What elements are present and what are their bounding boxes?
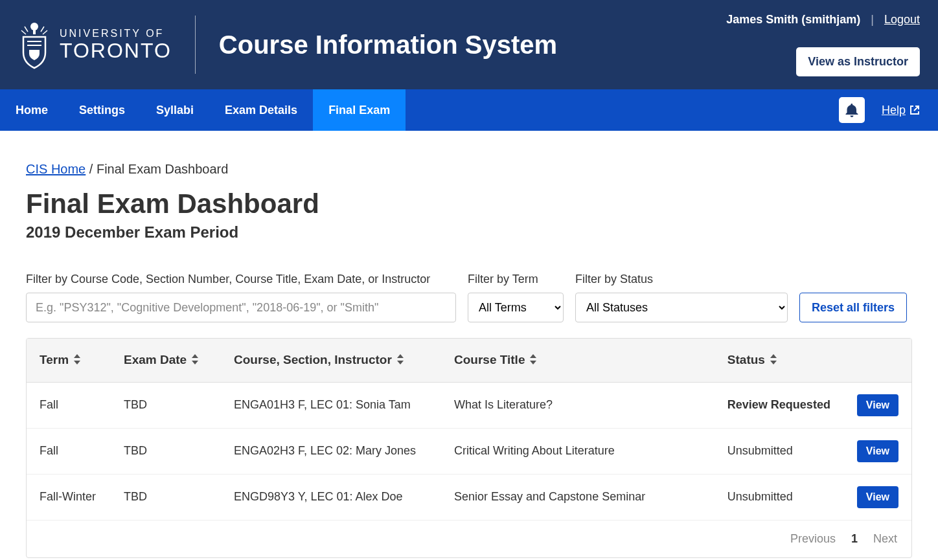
term-filter-select[interactable]: All Terms xyxy=(468,293,564,322)
exam-date-cell: TBD xyxy=(111,382,221,428)
header-divider xyxy=(195,16,196,74)
course-section-cell: ENGD98Y3 Y, LEC 01: Alex Doe xyxy=(221,474,441,520)
pagination-current-page: 1 xyxy=(851,532,858,546)
svg-marker-8 xyxy=(397,354,404,358)
primary-nav: HomeSettingsSyllabiExam DetailsFinal Exa… xyxy=(0,89,938,131)
svg-marker-10 xyxy=(530,354,536,358)
nav-item-syllabi[interactable]: Syllabi xyxy=(141,89,209,131)
status-cell: Unsubmitted xyxy=(715,428,844,474)
course-title-cell: Senior Essay and Capstone Seminar xyxy=(441,474,715,520)
logout-link[interactable]: Logout xyxy=(884,13,920,27)
sort-icon xyxy=(74,353,80,368)
sort-icon xyxy=(397,353,404,368)
bell-icon xyxy=(845,103,858,117)
page-title: Final Exam Dashboard xyxy=(26,188,912,219)
col-exam-date-header[interactable]: Exam Date xyxy=(111,339,221,382)
notifications-button[interactable] xyxy=(839,97,865,123)
col-course-title-header[interactable]: Course Title xyxy=(441,339,715,382)
sort-icon xyxy=(770,353,777,368)
svg-marker-9 xyxy=(397,361,404,364)
pagination: Previous 1 Next xyxy=(27,520,911,557)
exam-date-cell: TBD xyxy=(111,428,221,474)
app-title: Course Information System xyxy=(219,30,557,60)
sort-icon xyxy=(192,353,198,368)
svg-marker-5 xyxy=(74,361,80,364)
status-cell: Review Requested xyxy=(715,382,844,428)
logo-toronto: TORONTO xyxy=(60,40,172,61)
breadcrumb: CIS Home / Final Exam Dashboard xyxy=(26,162,912,177)
breadcrumb-separator: / xyxy=(86,162,97,176)
university-logo-block: UNIVERSITY OF TORONTO xyxy=(18,20,172,69)
status-cell: Unsubmitted xyxy=(715,474,844,520)
view-button[interactable]: View xyxy=(857,440,898,462)
svg-marker-13 xyxy=(770,361,777,364)
page-subtitle: 2019 December Exam Period xyxy=(26,223,912,241)
reset-filters-button[interactable]: Reset all filters xyxy=(799,293,907,322)
search-filter-label: Filter by Course Code, Section Number, C… xyxy=(26,273,456,286)
course-section-cell: ENGA01H3 F, LEC 01: Sonia Tam xyxy=(221,382,441,428)
term-cell: Fall xyxy=(27,382,111,428)
nav-item-exam-details[interactable]: Exam Details xyxy=(209,89,313,131)
exam-date-cell: TBD xyxy=(111,474,221,520)
course-title-cell: What Is Literature? xyxy=(441,382,715,428)
col-status-header[interactable]: Status xyxy=(715,339,844,382)
breadcrumb-current: Final Exam Dashboard xyxy=(97,162,228,176)
sort-icon xyxy=(530,353,536,368)
user-info: James Smith (smithjam) | Logout xyxy=(726,13,920,27)
exams-table: Term Exam Date Course, Section, Instruct… xyxy=(27,339,911,520)
view-button[interactable]: View xyxy=(857,486,898,508)
svg-marker-7 xyxy=(192,361,198,364)
nav-item-settings[interactable]: Settings xyxy=(63,89,141,131)
table-row: FallTBDENGA02H3 F, LEC 02: Mary JonesCri… xyxy=(27,428,911,474)
col-term-header[interactable]: Term xyxy=(27,339,111,382)
svg-rect-1 xyxy=(33,29,36,34)
table-row: FallTBDENGA01H3 F, LEC 01: Sonia TamWhat… xyxy=(27,382,911,428)
help-link[interactable]: Help xyxy=(882,104,920,117)
term-cell: Fall xyxy=(27,428,111,474)
status-filter-select[interactable]: All Statuses xyxy=(575,293,788,322)
search-input[interactable] xyxy=(26,293,456,322)
svg-rect-2 xyxy=(27,41,41,42)
svg-marker-4 xyxy=(74,354,80,358)
svg-rect-3 xyxy=(27,45,41,46)
pagination-next[interactable]: Next xyxy=(873,532,897,546)
main-content: CIS Home / Final Exam Dashboard Final Ex… xyxy=(0,131,938,560)
status-filter-label: Filter by Status xyxy=(575,273,788,286)
view-button[interactable]: View xyxy=(857,394,898,416)
exams-table-container: Term Exam Date Course, Section, Instruct… xyxy=(26,338,912,558)
table-row: Fall-WinterTBDENGD98Y3 Y, LEC 01: Alex D… xyxy=(27,474,911,520)
user-separator: | xyxy=(871,13,874,27)
top-header: UNIVERSITY OF TORONTO Course Information… xyxy=(0,0,938,89)
help-label: Help xyxy=(882,104,906,117)
pagination-previous[interactable]: Previous xyxy=(790,532,836,546)
user-display-name: James Smith (smithjam) xyxy=(726,13,860,27)
col-course-section-header[interactable]: Course, Section, Instructor xyxy=(221,339,441,382)
breadcrumb-home-link[interactable]: CIS Home xyxy=(26,162,86,176)
nav-item-home[interactable]: Home xyxy=(0,89,63,131)
view-as-instructor-button[interactable]: View as Instructor xyxy=(796,47,920,76)
svg-marker-6 xyxy=(192,354,198,358)
university-crest-icon xyxy=(18,20,51,69)
course-section-cell: ENGA02H3 F, LEC 02: Mary Jones xyxy=(221,428,441,474)
nav-item-final-exam[interactable]: Final Exam xyxy=(313,89,406,131)
term-cell: Fall-Winter xyxy=(27,474,111,520)
university-wordmark: UNIVERSITY OF TORONTO xyxy=(60,28,172,61)
external-link-icon xyxy=(909,105,920,115)
term-filter-label: Filter by Term xyxy=(468,273,564,286)
logo-university-of: UNIVERSITY OF xyxy=(60,28,172,39)
svg-marker-12 xyxy=(770,354,777,358)
filters-row: Filter by Course Code, Section Number, C… xyxy=(26,273,912,322)
course-title-cell: Critical Writing About Literature xyxy=(441,428,715,474)
svg-marker-11 xyxy=(530,361,536,364)
